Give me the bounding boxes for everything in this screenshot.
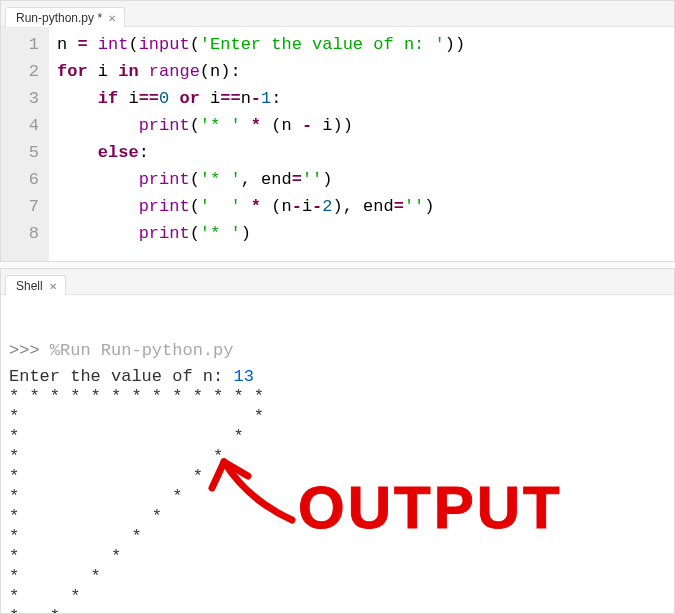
editor-body[interactable]: 12345678 n = int(input('Enter the value … <box>1 27 674 261</box>
code-line: print('* ') <box>57 220 666 247</box>
shell-tab[interactable]: Shell ✕ <box>5 275 66 295</box>
code-line: print('* ' * (n - i)) <box>57 112 666 139</box>
shell-output-line: * * <box>9 467 666 487</box>
shell-output-line: * * <box>9 567 666 587</box>
editor-pane: Run-python.py * ✕ 12345678 n = int(input… <box>0 0 675 262</box>
shell-pane: Shell ✕ >>> %Run Run-python.pyEnter the … <box>0 268 675 614</box>
shell-output-line: * * <box>9 587 666 607</box>
line-number-gutter: 12345678 <box>1 27 49 261</box>
code-line: for i in range(n): <box>57 58 666 85</box>
code-area[interactable]: n = int(input('Enter the value of n: '))… <box>49 27 674 261</box>
shell-body[interactable]: >>> %Run Run-python.pyEnter the value of… <box>1 295 674 613</box>
line-number: 3 <box>5 85 39 112</box>
editor-tab[interactable]: Run-python.py * ✕ <box>5 7 125 27</box>
shell-output-line: * * <box>9 527 666 547</box>
code-line: if i==0 or i==n-1: <box>57 85 666 112</box>
shell-tab-label: Shell <box>16 279 43 293</box>
shell-input-line: Enter the value of n: 13 <box>9 367 666 387</box>
line-number: 7 <box>5 193 39 220</box>
code-line: print(' ' * (n-i-2), end='') <box>57 193 666 220</box>
code-line: print('* ', end='') <box>57 166 666 193</box>
editor-tab-label: Run-python.py * <box>16 11 102 25</box>
code-line: n = int(input('Enter the value of n: ')) <box>57 31 666 58</box>
line-number: 2 <box>5 58 39 85</box>
shell-output-line: * * * * * * * * * * * * * <box>9 387 666 407</box>
editor-tab-bar: Run-python.py * ✕ <box>1 1 674 27</box>
line-number: 4 <box>5 112 39 139</box>
shell-output-line: * * <box>9 507 666 527</box>
shell-output-line: * * <box>9 407 666 427</box>
close-icon[interactable]: ✕ <box>49 281 57 292</box>
line-number: 1 <box>5 31 39 58</box>
shell-output-line: * * <box>9 487 666 507</box>
line-number: 8 <box>5 220 39 247</box>
shell-tab-bar: Shell ✕ <box>1 269 674 295</box>
line-number: 5 <box>5 139 39 166</box>
shell-output-line: * * <box>9 427 666 447</box>
line-number: 6 <box>5 166 39 193</box>
code-line: else: <box>57 139 666 166</box>
shell-output-line: * * <box>9 607 666 613</box>
shell-output-line: * * <box>9 547 666 567</box>
shell-prompt-line: >>> %Run Run-python.py <box>9 341 666 361</box>
shell-output-line: * * <box>9 447 666 467</box>
close-icon[interactable]: ✕ <box>108 13 116 24</box>
